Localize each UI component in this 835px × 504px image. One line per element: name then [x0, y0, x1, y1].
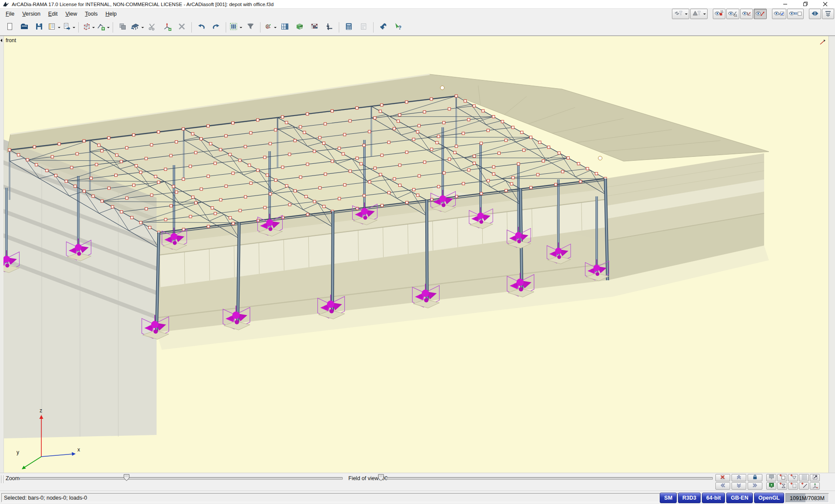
calculator-button[interactable]	[342, 20, 356, 34]
roof-generator-button[interactable]	[130, 20, 144, 34]
status-bar: Selected: bars-0; nodes-0; loads-0 SMR3D…	[0, 491, 835, 504]
delete-button[interactable]	[175, 20, 189, 34]
menu-file[interactable]: File	[2, 10, 18, 18]
grid-toggle-button[interactable]	[799, 474, 809, 481]
tables-button[interactable]	[278, 20, 292, 34]
main-toolbar: ⚙3D?	[0, 19, 835, 36]
collapse-left-icon	[0, 39, 2, 42]
menu-edit[interactable]: Edit	[44, 10, 62, 18]
cut-button[interactable]	[145, 20, 159, 34]
report-button[interactable]	[357, 20, 371, 34]
save-project-button[interactable]	[32, 20, 46, 34]
zoom-window-button[interactable]	[777, 474, 787, 481]
minimize-button[interactable]	[775, 0, 795, 8]
model-3d-scene[interactable]: zyx	[3, 36, 829, 473]
panel-menu-button[interactable]	[822, 9, 834, 19]
svg-text:⚙: ⚙	[265, 23, 271, 30]
dropdown-arrow-icon[interactable]	[240, 27, 242, 30]
screen-active-button[interactable]	[766, 482, 776, 490]
menu-tools[interactable]: Tools	[81, 10, 101, 18]
align-button[interactable]	[322, 20, 336, 34]
toolbar-separator	[373, 22, 374, 33]
settings-wrench-icon	[379, 22, 387, 33]
mosaic-view-button[interactable]	[307, 20, 321, 34]
model-viewport[interactable]: zyx front	[0, 36, 835, 473]
new-document-icon	[5, 22, 14, 33]
view-axes-icon	[812, 482, 818, 490]
view-options-toolbar: 1111	[672, 9, 834, 19]
view-3d-button[interactable]: 3D	[293, 20, 307, 34]
section-show-button[interactable]	[690, 9, 708, 19]
calculation-settings-button[interactable]: ⚙	[263, 20, 277, 34]
dropdown-arrow-icon[interactable]	[274, 27, 277, 30]
show-bars-check-button[interactable]	[772, 9, 786, 19]
zoom-slider-thumb[interactable]	[124, 474, 130, 481]
zoom-page-button[interactable]	[788, 482, 798, 490]
screen-capture-button[interactable]	[766, 474, 776, 481]
undo-button[interactable]	[194, 20, 208, 34]
pan-right-button[interactable]	[748, 482, 762, 490]
redo-button[interactable]	[209, 20, 223, 34]
delete-view-button[interactable]	[715, 474, 730, 481]
filter-button[interactable]	[244, 20, 257, 34]
bar-view-button[interactable]	[229, 20, 243, 34]
svg-text:y: y	[17, 449, 19, 455]
settings-wrench-button[interactable]	[376, 20, 390, 34]
move-node-button[interactable]	[160, 20, 174, 34]
project-manager-button[interactable]	[47, 20, 61, 34]
show-node-numbers-icon: 11	[715, 9, 724, 19]
dropdown-arrow-icon[interactable]	[141, 27, 144, 30]
view-axes-button[interactable]	[810, 482, 820, 490]
copy-elements-button[interactable]	[116, 20, 130, 34]
dropdown-arrow-icon[interactable]	[92, 27, 95, 30]
copy-elements-icon	[118, 22, 127, 33]
dropdown-arrow-icon[interactable]	[58, 27, 60, 30]
menu-version[interactable]: Version	[18, 10, 44, 18]
context-help-button[interactable]: ?	[391, 20, 405, 34]
open-project-button[interactable]	[17, 20, 31, 34]
pan-up-button[interactable]	[731, 474, 746, 481]
zoom-slider-track[interactable]	[20, 477, 343, 480]
restore-button[interactable]	[795, 0, 815, 8]
menu-view[interactable]: View	[61, 10, 81, 18]
print-report-button[interactable]	[62, 20, 76, 34]
calculator-icon	[344, 22, 353, 33]
undo-icon	[197, 22, 206, 33]
viewport-corner-icon[interactable]	[819, 39, 826, 45]
show-dimensions-button[interactable]	[754, 9, 767, 19]
show-bar-numbers-button[interactable]: 11	[726, 9, 739, 19]
pan-down-button[interactable]	[731, 482, 746, 490]
frame-3d-button[interactable]	[81, 20, 95, 34]
zoom-line-button[interactable]	[799, 482, 809, 490]
dropdown-arrow-icon[interactable]	[685, 13, 688, 16]
dropdown-arrow-icon[interactable]	[73, 27, 75, 30]
show-node-numbers-button[interactable]: 11	[713, 9, 725, 19]
right-panel-handle[interactable]	[828, 36, 835, 473]
new-document-button[interactable]	[3, 20, 17, 34]
zoom-drop-button[interactable]	[788, 474, 798, 481]
pan-left-button[interactable]	[715, 482, 730, 490]
open-project-icon	[20, 22, 29, 33]
fov-slider-track[interactable]	[387, 477, 713, 480]
screen-capture-icon	[768, 474, 775, 482]
lock-view-button[interactable]	[748, 474, 762, 481]
show-supports-button[interactable]	[740, 9, 753, 19]
svg-text:z: z	[40, 408, 42, 414]
show-grid-check-button[interactable]	[787, 9, 804, 19]
zoom-time-button[interactable]	[777, 482, 787, 490]
close-button[interactable]	[815, 0, 835, 8]
fov-slider-thumb[interactable]	[378, 474, 384, 481]
dropdown-arrow-icon[interactable]	[107, 27, 110, 30]
dropdown-arrow-icon[interactable]	[703, 13, 706, 16]
menu-help[interactable]: Help	[101, 10, 120, 18]
filter-icon	[246, 22, 255, 33]
panel-menu-icon	[824, 9, 832, 19]
section-hide-button[interactable]	[672, 9, 689, 19]
close-icon	[822, 0, 829, 8]
zoom-extents-button[interactable]	[810, 474, 820, 481]
pan-right-icon	[752, 482, 758, 490]
add-node-button[interactable]	[96, 20, 110, 34]
window-title: ArCADia-RAMA 17.0 License for INTERNAL, …	[12, 2, 274, 7]
collapse-toolbars-button[interactable]	[809, 9, 821, 19]
view-3d-icon: 3D	[295, 22, 304, 33]
